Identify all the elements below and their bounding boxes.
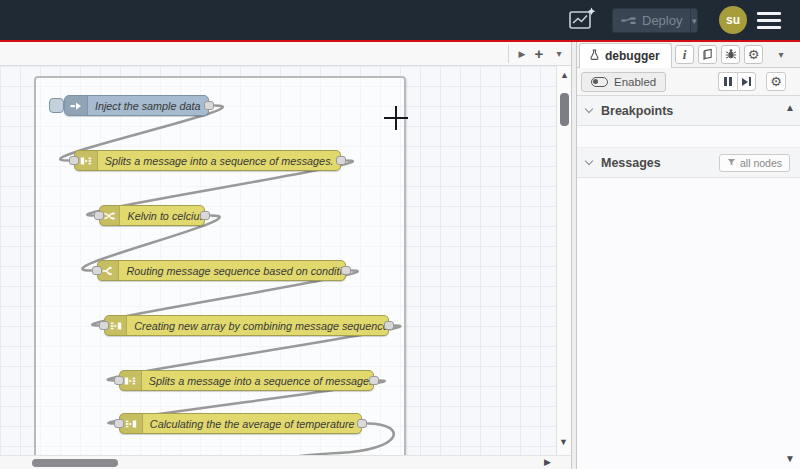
input-port[interactable] [69,156,79,165]
input-port[interactable] [94,211,104,220]
step-forward-icon [742,77,751,86]
chevron-down-icon: ▾ [692,16,697,26]
canvas-horizontal-scrollbar[interactable]: ▶ [0,455,571,469]
sidebar-tab-bar: debugger i [577,42,800,68]
add-flow-button[interactable]: + [531,44,547,63]
flow-canvas[interactable]: Inject the sample data Split [0,66,556,455]
sidebar: debugger i [577,42,800,469]
node-label: Splits a message into a sequence of mess… [142,375,373,387]
output-port[interactable] [357,419,367,428]
chevron-down-icon [585,105,593,113]
debugger-flask-icon [589,49,600,64]
sidebar-scroll-down-icon[interactable]: ▼ [785,453,795,464]
toggle-icon [591,77,608,87]
node-label: Routing message sequence based on condit… [119,265,345,277]
output-port[interactable] [341,266,351,275]
breakpoints-label: Breakpoints [601,104,673,118]
enabled-label: Enabled [614,76,656,88]
workspace-column: ▶ + ▾ [0,42,571,469]
pause-icon [724,77,732,86]
output-port[interactable] [369,376,379,385]
deploy-options-button[interactable]: ▾ [690,9,697,32]
app-header: Deploy ▾ su [0,0,800,40]
flow-tab-strip: ▶ + ▾ [0,42,571,66]
sidebar-scroll-up-icon[interactable]: ▲ [785,102,795,113]
scroll-down-arrow-icon[interactable]: ▼ [559,438,568,447]
output-port[interactable] [336,156,346,165]
debugger-enabled-toggle[interactable]: Enabled [581,72,666,92]
node-label: Kelvin to celcius [120,210,204,222]
gear-icon: ⚙ [770,75,782,88]
chevron-down-icon: ▾ [778,49,783,60]
debugger-playback-controls [718,72,756,91]
sidebar-tabs-dropdown-button[interactable]: ▾ [771,45,791,64]
scroll-right-arrow-icon[interactable]: ▶ [544,458,551,467]
horizontal-scroll-thumb[interactable] [32,459,118,467]
tab-strip-separator [508,45,509,63]
output-port[interactable] [204,101,214,110]
debug-tab-button[interactable] [721,45,740,64]
breakpoints-section-header[interactable]: Breakpoints [577,96,800,126]
node-label: Calculating the the average of temperatu… [143,418,361,430]
vertical-scroll-thumb[interactable] [560,93,569,126]
deploy-button-main[interactable]: Deploy [613,9,690,32]
crosshair-cursor [384,106,408,130]
tab-debugger[interactable]: debugger [579,43,672,68]
main-menu-button[interactable] [757,12,781,29]
deploy-label: Deploy [642,13,682,28]
info-icon: i [683,47,687,63]
input-port[interactable] [114,419,124,428]
funnel-icon [727,157,736,169]
flow-list-dropdown-button[interactable]: ▾ [551,44,567,63]
node-label: Inject the sample data [88,100,208,112]
hamburger-icon [757,12,781,15]
bug-icon [725,46,737,64]
filter-label: all nodes [740,157,782,169]
node-label: Creating new array by combining message … [127,320,388,332]
node-switch[interactable]: Routing message sequence based on condit… [97,260,346,281]
info-tab-button[interactable]: i [675,45,694,64]
flow-assistant-button[interactable] [566,6,598,34]
input-port[interactable] [99,321,109,330]
messages-empty-area [577,178,800,469]
messages-section-header[interactable]: Messages all nodes [577,148,800,178]
user-initials: su [726,13,740,27]
chevron-down-icon [585,157,593,165]
book-icon [702,46,714,64]
node-inject[interactable]: Inject the sample data [64,95,209,116]
node-join[interactable]: Calculating the the average of temperatu… [119,413,362,434]
user-avatar[interactable]: su [719,6,747,34]
gear-icon: ⚙ [748,48,760,61]
tab-scroll-right-button[interactable]: ▶ [514,44,530,63]
debugger-settings-button[interactable]: ⚙ [766,72,786,91]
deploy-icon [621,12,636,30]
inject-icon [65,96,88,115]
flow-assistant-icon [566,20,598,37]
config-tab-button[interactable]: ⚙ [744,45,763,64]
output-port[interactable] [200,211,210,220]
output-port[interactable] [384,321,394,330]
messages-label: Messages [601,156,661,170]
node-label: Splits a message into a sequence of mess… [98,155,340,167]
step-button[interactable] [737,72,756,91]
input-port[interactable] [92,266,102,275]
tab-label: debugger [605,49,660,63]
pause-button[interactable] [718,72,737,91]
debugger-toolbar: Enabled ⚙ [577,68,800,96]
help-tab-button[interactable] [698,45,717,64]
inject-trigger-button[interactable] [49,98,64,113]
scroll-up-arrow-icon[interactable]: ▲ [560,71,569,80]
node-split[interactable]: Splits a message into a sequence of mess… [74,150,341,171]
node-join[interactable]: Creating new array by combining message … [104,315,389,336]
deploy-button[interactable]: Deploy ▾ [612,8,698,33]
node-change[interactable]: Kelvin to celcius [99,205,205,226]
canvas-vertical-scrollbar[interactable]: ▲ ▼ [556,66,571,455]
input-port[interactable] [114,376,124,385]
message-filter-button[interactable]: all nodes [719,154,790,172]
breakpoints-empty-area [577,126,800,148]
node-split[interactable]: Splits a message into a sequence of mess… [119,370,374,391]
